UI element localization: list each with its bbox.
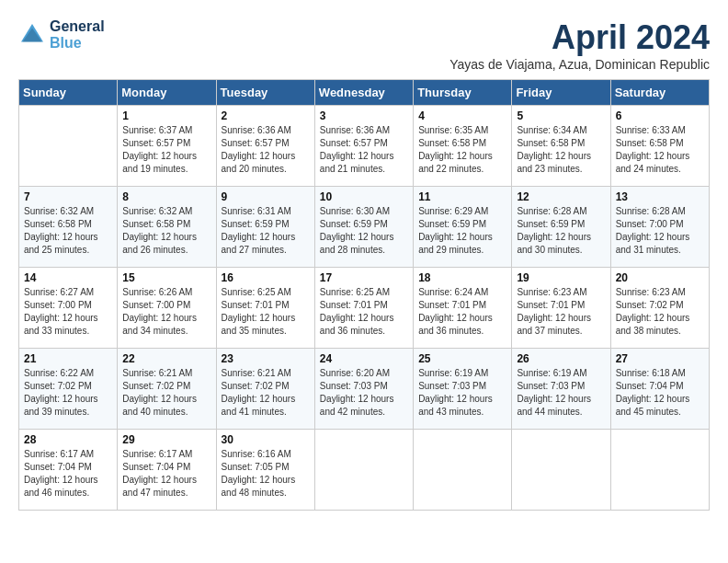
day-number: 4 xyxy=(418,109,506,122)
header: General Blue April 2024 Yayas de Viajama… xyxy=(18,18,710,72)
logo-text-general: General xyxy=(50,18,105,34)
day-info: Sunrise: 6:29 AMSunset: 6:59 PMDaylight:… xyxy=(418,205,506,257)
calendar-cell: 28Sunrise: 6:17 AMSunset: 7:04 PMDayligh… xyxy=(19,430,118,511)
day-info: Sunrise: 6:25 AMSunset: 7:01 PMDaylight:… xyxy=(222,286,310,338)
weekday-header: Monday xyxy=(118,80,216,106)
calendar-cell: 9Sunrise: 6:31 AMSunset: 6:59 PMDaylight… xyxy=(216,187,314,268)
calendar-cell xyxy=(314,430,413,511)
day-info: Sunrise: 6:26 AMSunset: 7:00 PMDaylight:… xyxy=(122,286,210,338)
logo-icon xyxy=(18,21,46,49)
day-info: Sunrise: 6:37 AMSunset: 6:57 PMDaylight:… xyxy=(122,124,210,176)
weekday-header: Tuesday xyxy=(216,80,314,106)
day-number: 25 xyxy=(418,352,506,365)
day-info: Sunrise: 6:36 AMSunset: 6:57 PMDaylight:… xyxy=(320,124,408,176)
day-number: 5 xyxy=(517,109,605,122)
day-info: Sunrise: 6:22 AMSunset: 7:02 PMDaylight:… xyxy=(24,367,112,419)
day-info: Sunrise: 6:25 AMSunset: 7:01 PMDaylight:… xyxy=(320,286,408,338)
day-number: 21 xyxy=(24,352,112,365)
day-info: Sunrise: 6:24 AMSunset: 7:01 PMDaylight:… xyxy=(418,286,506,338)
day-number: 6 xyxy=(616,109,704,122)
calendar-cell: 15Sunrise: 6:26 AMSunset: 7:00 PMDayligh… xyxy=(118,268,216,349)
day-number: 26 xyxy=(517,352,605,365)
calendar-cell: 22Sunrise: 6:21 AMSunset: 7:02 PMDayligh… xyxy=(118,349,216,430)
calendar-week-row: 1Sunrise: 6:37 AMSunset: 6:57 PMDaylight… xyxy=(19,106,710,187)
day-info: Sunrise: 6:19 AMSunset: 7:03 PMDaylight:… xyxy=(517,367,605,419)
day-number: 27 xyxy=(616,352,704,365)
day-number: 15 xyxy=(122,271,210,284)
day-number: 17 xyxy=(320,271,408,284)
calendar-cell: 7Sunrise: 6:32 AMSunset: 6:58 PMDaylight… xyxy=(19,187,118,268)
day-info: Sunrise: 6:23 AMSunset: 7:01 PMDaylight:… xyxy=(517,286,605,338)
calendar-week-row: 7Sunrise: 6:32 AMSunset: 6:58 PMDaylight… xyxy=(19,187,710,268)
calendar-cell xyxy=(414,430,512,511)
calendar-cell: 5Sunrise: 6:34 AMSunset: 6:58 PMDaylight… xyxy=(512,106,610,187)
calendar-cell: 23Sunrise: 6:21 AMSunset: 7:02 PMDayligh… xyxy=(216,349,314,430)
calendar-cell: 19Sunrise: 6:23 AMSunset: 7:01 PMDayligh… xyxy=(512,268,610,349)
calendar-cell: 3Sunrise: 6:36 AMSunset: 6:57 PMDaylight… xyxy=(314,106,413,187)
day-info: Sunrise: 6:20 AMSunset: 7:03 PMDaylight:… xyxy=(320,367,408,419)
day-number: 14 xyxy=(24,271,112,284)
day-number: 13 xyxy=(616,190,704,203)
calendar-cell: 14Sunrise: 6:27 AMSunset: 7:00 PMDayligh… xyxy=(19,268,118,349)
day-info: Sunrise: 6:36 AMSunset: 6:57 PMDaylight:… xyxy=(222,124,310,176)
day-info: Sunrise: 6:21 AMSunset: 7:02 PMDaylight:… xyxy=(122,367,210,419)
day-info: Sunrise: 6:21 AMSunset: 7:02 PMDaylight:… xyxy=(222,367,310,419)
day-info: Sunrise: 6:32 AMSunset: 6:58 PMDaylight:… xyxy=(24,205,112,257)
weekday-header: Saturday xyxy=(610,80,709,106)
day-number: 11 xyxy=(418,190,506,203)
day-number: 30 xyxy=(222,433,310,446)
day-number: 19 xyxy=(517,271,605,284)
calendar-cell: 10Sunrise: 6:30 AMSunset: 6:59 PMDayligh… xyxy=(314,187,413,268)
calendar-cell: 17Sunrise: 6:25 AMSunset: 7:01 PMDayligh… xyxy=(314,268,413,349)
month-title: April 2024 xyxy=(449,18,710,57)
day-info: Sunrise: 6:35 AMSunset: 6:58 PMDaylight:… xyxy=(418,124,506,176)
weekday-header: Friday xyxy=(512,80,610,106)
day-info: Sunrise: 6:30 AMSunset: 6:59 PMDaylight:… xyxy=(320,205,408,257)
calendar-week-row: 21Sunrise: 6:22 AMSunset: 7:02 PMDayligh… xyxy=(19,349,710,430)
calendar-cell xyxy=(19,106,118,187)
weekday-header: Wednesday xyxy=(314,80,413,106)
calendar-cell xyxy=(610,430,709,511)
logo-text-blue: Blue xyxy=(50,35,82,51)
calendar-cell: 20Sunrise: 6:23 AMSunset: 7:02 PMDayligh… xyxy=(610,268,709,349)
day-number: 16 xyxy=(222,271,310,284)
calendar-cell: 29Sunrise: 6:17 AMSunset: 7:04 PMDayligh… xyxy=(118,430,216,511)
title-area: April 2024 Yayas de Viajama, Azua, Domin… xyxy=(449,18,710,72)
day-info: Sunrise: 6:17 AMSunset: 7:04 PMDaylight:… xyxy=(24,448,112,500)
day-number: 9 xyxy=(222,190,310,203)
day-info: Sunrise: 6:31 AMSunset: 6:59 PMDaylight:… xyxy=(222,205,310,257)
weekday-header: Thursday xyxy=(414,80,512,106)
day-number: 23 xyxy=(222,352,310,365)
day-info: Sunrise: 6:32 AMSunset: 6:58 PMDaylight:… xyxy=(122,205,210,257)
day-number: 3 xyxy=(320,109,408,122)
calendar-cell: 27Sunrise: 6:18 AMSunset: 7:04 PMDayligh… xyxy=(610,349,709,430)
calendar-cell: 25Sunrise: 6:19 AMSunset: 7:03 PMDayligh… xyxy=(414,349,512,430)
day-info: Sunrise: 6:17 AMSunset: 7:04 PMDaylight:… xyxy=(122,448,210,500)
calendar-week-row: 28Sunrise: 6:17 AMSunset: 7:04 PMDayligh… xyxy=(19,430,710,511)
calendar-table: SundayMondayTuesdayWednesdayThursdayFrid… xyxy=(18,79,710,511)
weekday-header-row: SundayMondayTuesdayWednesdayThursdayFrid… xyxy=(19,80,710,106)
calendar-cell: 12Sunrise: 6:28 AMSunset: 6:59 PMDayligh… xyxy=(512,187,610,268)
calendar-cell: 30Sunrise: 6:16 AMSunset: 7:05 PMDayligh… xyxy=(216,430,314,511)
calendar-week-row: 14Sunrise: 6:27 AMSunset: 7:00 PMDayligh… xyxy=(19,268,710,349)
day-number: 24 xyxy=(320,352,408,365)
calendar-cell: 24Sunrise: 6:20 AMSunset: 7:03 PMDayligh… xyxy=(314,349,413,430)
calendar-cell: 18Sunrise: 6:24 AMSunset: 7:01 PMDayligh… xyxy=(414,268,512,349)
day-number: 10 xyxy=(320,190,408,203)
day-number: 12 xyxy=(517,190,605,203)
calendar-cell: 8Sunrise: 6:32 AMSunset: 6:58 PMDaylight… xyxy=(118,187,216,268)
day-info: Sunrise: 6:16 AMSunset: 7:05 PMDaylight:… xyxy=(222,448,310,500)
day-number: 1 xyxy=(122,109,210,122)
logo: General Blue xyxy=(18,18,105,51)
day-number: 18 xyxy=(418,271,506,284)
weekday-header: Sunday xyxy=(19,80,118,106)
calendar-cell: 13Sunrise: 6:28 AMSunset: 7:00 PMDayligh… xyxy=(610,187,709,268)
day-number: 20 xyxy=(616,271,704,284)
day-info: Sunrise: 6:27 AMSunset: 7:00 PMDaylight:… xyxy=(24,286,112,338)
calendar-cell: 16Sunrise: 6:25 AMSunset: 7:01 PMDayligh… xyxy=(216,268,314,349)
day-number: 29 xyxy=(122,433,210,446)
day-info: Sunrise: 6:18 AMSunset: 7:04 PMDaylight:… xyxy=(616,367,704,419)
calendar-cell: 1Sunrise: 6:37 AMSunset: 6:57 PMDaylight… xyxy=(118,106,216,187)
day-info: Sunrise: 6:23 AMSunset: 7:02 PMDaylight:… xyxy=(616,286,704,338)
day-number: 22 xyxy=(122,352,210,365)
